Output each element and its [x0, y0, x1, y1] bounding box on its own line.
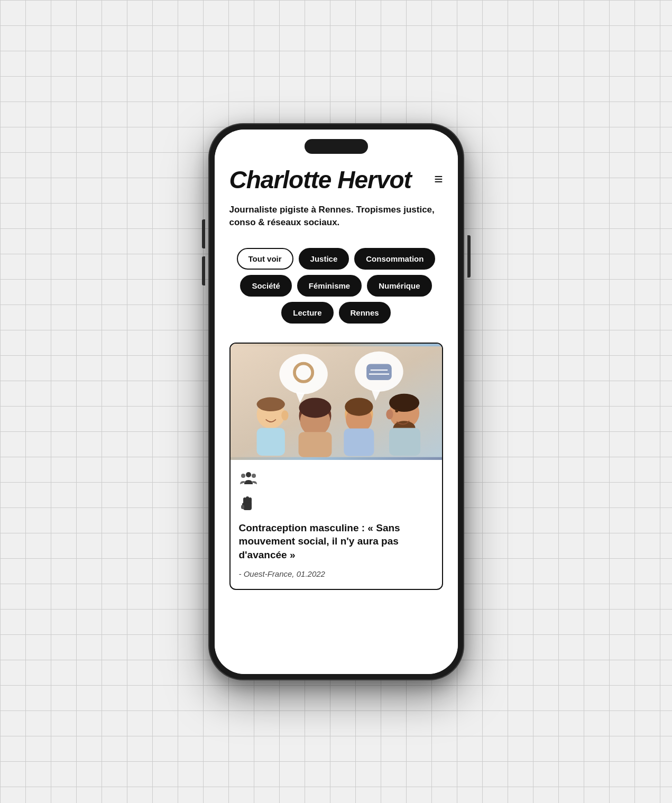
- tag-consommation[interactable]: Consommation: [354, 248, 435, 270]
- phone-mockup: Charlotte Hervot ≡ Journaliste pigiste à…: [209, 124, 463, 679]
- article-icons: [239, 469, 434, 515]
- svg-rect-35: [241, 505, 244, 509]
- tag-féminisme[interactable]: Féminisme: [297, 275, 362, 297]
- svg-rect-16: [298, 432, 332, 457]
- phone-notch: [305, 139, 368, 154]
- article-title: Contraception masculine : « Sans mouveme…: [239, 521, 434, 562]
- svg-point-28: [241, 474, 245, 478]
- svg-rect-20: [344, 428, 374, 456]
- svg-point-1: [279, 354, 327, 394]
- volume-down-button: [202, 256, 205, 285]
- svg-point-25: [386, 409, 393, 419]
- article-card[interactable]: Contraception masculine : « Sans mouveme…: [229, 343, 443, 590]
- page-header: Charlotte Hervot ≡: [229, 167, 443, 193]
- svg-point-29: [252, 474, 256, 478]
- phone-frame: Charlotte Hervot ≡ Journaliste pigiste à…: [209, 124, 463, 679]
- tag-numérique[interactable]: Numérique: [367, 275, 431, 297]
- tag-justice[interactable]: Justice: [299, 248, 349, 270]
- tagline: Journaliste pigiste à Rennes. Tropismes …: [229, 204, 443, 229]
- power-button: [467, 235, 471, 278]
- svg-point-10: [256, 397, 284, 411]
- tag-tout-voir[interactable]: Tout voir: [237, 248, 293, 270]
- svg-point-15: [299, 398, 331, 418]
- svg-rect-33: [248, 497, 252, 503]
- people-icon: [239, 469, 258, 491]
- article-body: Contraception masculine : « Sans mouveme…: [231, 460, 442, 589]
- tag-rennes[interactable]: Rennes: [339, 302, 391, 324]
- tags-container: Tout voirJusticeConsommationSociétéFémin…: [229, 248, 443, 324]
- tag-société[interactable]: Société: [240, 275, 291, 297]
- svg-rect-24: [389, 428, 420, 455]
- article-source: - Ouest-France, 01.2022: [239, 569, 434, 578]
- icon-row-people: [239, 469, 434, 491]
- phone-screen: Charlotte Hervot ≡ Journaliste pigiste à…: [215, 130, 458, 674]
- svg-point-19: [345, 398, 373, 416]
- svg-point-12: [281, 410, 288, 420]
- icon-row-fist: [239, 493, 434, 515]
- phone-inner-frame: Charlotte Hervot ≡ Journaliste pigiste à…: [215, 130, 458, 674]
- volume-up-button: [202, 219, 205, 248]
- svg-point-27: [246, 472, 251, 477]
- site-title: Charlotte Hervot: [229, 167, 411, 193]
- svg-rect-11: [256, 428, 284, 455]
- fist-icon: [239, 493, 256, 515]
- menu-icon[interactable]: ≡: [434, 171, 443, 188]
- article-image: [231, 344, 442, 460]
- svg-point-26: [395, 409, 398, 412]
- tag-lecture[interactable]: Lecture: [281, 302, 333, 324]
- svg-point-22: [389, 393, 419, 411]
- svg-rect-6: [366, 364, 392, 380]
